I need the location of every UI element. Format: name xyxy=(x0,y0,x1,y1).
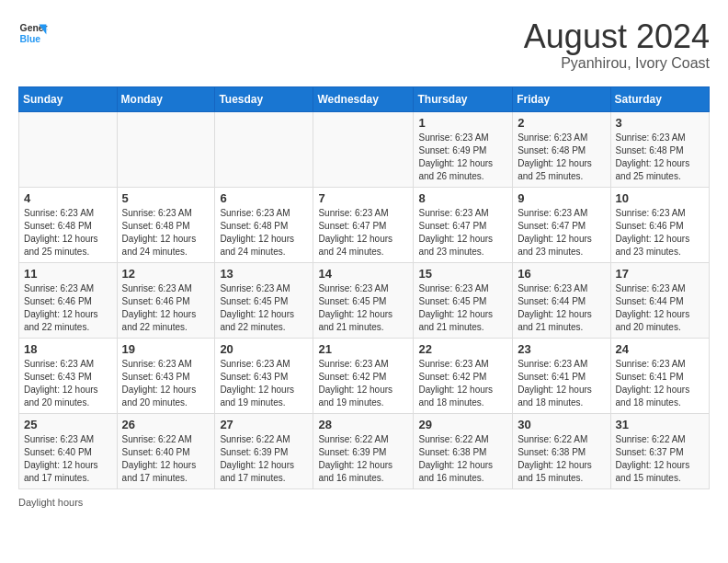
calendar-cell: 3Sunrise: 6:23 AM Sunset: 6:48 PM Daylig… xyxy=(610,111,709,187)
calendar-day-header: Saturday xyxy=(610,86,709,111)
page-subtitle: Pyanhirou, Ivory Coast xyxy=(524,55,710,72)
day-number: 13 xyxy=(220,267,308,281)
day-info: Sunrise: 6:23 AM Sunset: 6:42 PM Dayligh… xyxy=(418,358,507,409)
calendar-cell xyxy=(215,111,313,187)
day-info: Sunrise: 6:23 AM Sunset: 6:43 PM Dayligh… xyxy=(122,358,210,409)
day-info: Sunrise: 6:23 AM Sunset: 6:47 PM Dayligh… xyxy=(318,207,408,259)
svg-text:Blue: Blue xyxy=(20,34,41,44)
day-info: Sunrise: 6:22 AM Sunset: 6:39 PM Dayligh… xyxy=(220,433,308,485)
calendar-cell: 1Sunrise: 6:23 AM Sunset: 6:49 PM Daylig… xyxy=(414,111,513,187)
calendar-cell: 27Sunrise: 6:22 AM Sunset: 6:39 PM Dayli… xyxy=(215,413,313,488)
calendar-cell: 7Sunrise: 6:23 AM Sunset: 6:47 PM Daylig… xyxy=(313,187,414,262)
calendar-cell: 10Sunrise: 6:23 AM Sunset: 6:46 PM Dayli… xyxy=(610,187,709,262)
day-info: Sunrise: 6:23 AM Sunset: 6:49 PM Dayligh… xyxy=(418,132,507,183)
day-number: 21 xyxy=(318,342,408,356)
page-title: August 2024 xyxy=(524,18,710,55)
day-number: 14 xyxy=(318,267,408,281)
footer-text: Daylight hours xyxy=(18,497,83,508)
day-number: 12 xyxy=(122,267,210,281)
calendar-cell: 18Sunrise: 6:23 AM Sunset: 6:43 PM Dayli… xyxy=(19,338,118,413)
day-info: Sunrise: 6:23 AM Sunset: 6:46 PM Dayligh… xyxy=(616,207,704,259)
day-number: 10 xyxy=(616,191,704,205)
calendar-day-header: Friday xyxy=(513,86,610,111)
calendar-week-row: 18Sunrise: 6:23 AM Sunset: 6:43 PM Dayli… xyxy=(19,338,710,413)
day-number: 30 xyxy=(518,418,605,431)
day-info: Sunrise: 6:23 AM Sunset: 6:46 PM Dayligh… xyxy=(122,282,210,334)
day-info: Sunrise: 6:23 AM Sunset: 6:47 PM Dayligh… xyxy=(418,207,507,259)
calendar-day-header: Wednesday xyxy=(313,86,414,111)
calendar-cell: 24Sunrise: 6:23 AM Sunset: 6:41 PM Dayli… xyxy=(610,338,709,413)
day-info: Sunrise: 6:23 AM Sunset: 6:41 PM Dayligh… xyxy=(518,358,605,409)
calendar-week-row: 25Sunrise: 6:23 AM Sunset: 6:40 PM Dayli… xyxy=(19,413,710,488)
day-number: 18 xyxy=(24,342,112,356)
day-number: 26 xyxy=(122,418,210,431)
day-info: Sunrise: 6:22 AM Sunset: 6:40 PM Dayligh… xyxy=(122,433,210,485)
day-info: Sunrise: 6:23 AM Sunset: 6:47 PM Dayligh… xyxy=(518,207,605,259)
day-info: Sunrise: 6:23 AM Sunset: 6:44 PM Dayligh… xyxy=(616,282,704,334)
calendar-day-header: Tuesday xyxy=(215,86,313,111)
calendar-cell: 5Sunrise: 6:23 AM Sunset: 6:48 PM Daylig… xyxy=(117,187,215,262)
day-info: Sunrise: 6:23 AM Sunset: 6:46 PM Dayligh… xyxy=(24,282,112,334)
day-number: 25 xyxy=(24,418,112,431)
day-number: 31 xyxy=(616,418,704,431)
day-number: 19 xyxy=(122,342,210,356)
calendar-cell: 21Sunrise: 6:23 AM Sunset: 6:42 PM Dayli… xyxy=(313,338,414,413)
calendar-cell: 4Sunrise: 6:23 AM Sunset: 6:48 PM Daylig… xyxy=(19,187,118,262)
day-number: 20 xyxy=(220,342,308,356)
calendar-week-row: 1Sunrise: 6:23 AM Sunset: 6:49 PM Daylig… xyxy=(19,111,710,187)
calendar-cell: 6Sunrise: 6:23 AM Sunset: 6:48 PM Daylig… xyxy=(215,187,313,262)
calendar-cell: 8Sunrise: 6:23 AM Sunset: 6:47 PM Daylig… xyxy=(414,187,513,262)
day-number: 11 xyxy=(24,267,112,281)
day-number: 7 xyxy=(318,191,408,205)
footer: Daylight hours xyxy=(18,497,710,508)
day-info: Sunrise: 6:22 AM Sunset: 6:39 PM Dayligh… xyxy=(318,433,408,485)
day-number: 28 xyxy=(318,418,408,431)
day-number: 15 xyxy=(418,267,507,281)
day-number: 4 xyxy=(24,191,112,205)
day-info: Sunrise: 6:23 AM Sunset: 6:48 PM Dayligh… xyxy=(616,132,704,183)
calendar-table: SundayMondayTuesdayWednesdayThursdayFrid… xyxy=(18,86,710,489)
calendar-cell: 31Sunrise: 6:22 AM Sunset: 6:37 PM Dayli… xyxy=(610,413,709,488)
day-number: 5 xyxy=(122,191,210,205)
day-info: Sunrise: 6:23 AM Sunset: 6:48 PM Dayligh… xyxy=(24,207,112,259)
day-info: Sunrise: 6:23 AM Sunset: 6:44 PM Dayligh… xyxy=(518,282,605,334)
day-number: 2 xyxy=(518,116,605,130)
calendar-day-header: Thursday xyxy=(414,86,513,111)
day-info: Sunrise: 6:22 AM Sunset: 6:38 PM Dayligh… xyxy=(418,433,507,485)
calendar-week-row: 11Sunrise: 6:23 AM Sunset: 6:46 PM Dayli… xyxy=(19,262,710,338)
calendar-cell: 15Sunrise: 6:23 AM Sunset: 6:45 PM Dayli… xyxy=(414,262,513,338)
day-info: Sunrise: 6:23 AM Sunset: 6:45 PM Dayligh… xyxy=(220,282,308,334)
day-number: 6 xyxy=(220,191,308,205)
day-number: 9 xyxy=(518,191,605,205)
calendar-cell: 25Sunrise: 6:23 AM Sunset: 6:40 PM Dayli… xyxy=(19,413,118,488)
calendar-cell: 13Sunrise: 6:23 AM Sunset: 6:45 PM Dayli… xyxy=(215,262,313,338)
calendar-header-row: SundayMondayTuesdayWednesdayThursdayFrid… xyxy=(19,86,710,111)
calendar-cell: 14Sunrise: 6:23 AM Sunset: 6:45 PM Dayli… xyxy=(313,262,414,338)
calendar-cell xyxy=(19,111,118,187)
calendar-cell: 20Sunrise: 6:23 AM Sunset: 6:43 PM Dayli… xyxy=(215,338,313,413)
day-number: 1 xyxy=(418,116,507,130)
calendar-cell: 17Sunrise: 6:23 AM Sunset: 6:44 PM Dayli… xyxy=(610,262,709,338)
calendar-cell xyxy=(313,111,414,187)
day-number: 16 xyxy=(518,267,605,281)
calendar-cell: 2Sunrise: 6:23 AM Sunset: 6:48 PM Daylig… xyxy=(513,111,610,187)
day-info: Sunrise: 6:23 AM Sunset: 6:43 PM Dayligh… xyxy=(220,358,308,409)
day-info: Sunrise: 6:23 AM Sunset: 6:45 PM Dayligh… xyxy=(418,282,507,334)
calendar-cell: 16Sunrise: 6:23 AM Sunset: 6:44 PM Dayli… xyxy=(513,262,610,338)
day-number: 27 xyxy=(220,418,308,431)
day-number: 24 xyxy=(616,342,704,356)
day-info: Sunrise: 6:23 AM Sunset: 6:45 PM Dayligh… xyxy=(318,282,408,334)
logo-icon: General Blue xyxy=(18,18,48,48)
calendar-cell: 9Sunrise: 6:23 AM Sunset: 6:47 PM Daylig… xyxy=(513,187,610,262)
calendar-cell: 11Sunrise: 6:23 AM Sunset: 6:46 PM Dayli… xyxy=(19,262,118,338)
calendar-cell: 22Sunrise: 6:23 AM Sunset: 6:42 PM Dayli… xyxy=(414,338,513,413)
page-header: General Blue August 2024 Pyanhirou, Ivor… xyxy=(18,18,710,72)
calendar-cell: 30Sunrise: 6:22 AM Sunset: 6:38 PM Dayli… xyxy=(513,413,610,488)
calendar-cell: 29Sunrise: 6:22 AM Sunset: 6:38 PM Dayli… xyxy=(414,413,513,488)
day-info: Sunrise: 6:22 AM Sunset: 6:38 PM Dayligh… xyxy=(518,433,605,485)
title-block: August 2024 Pyanhirou, Ivory Coast xyxy=(524,18,710,72)
calendar-cell: 19Sunrise: 6:23 AM Sunset: 6:43 PM Dayli… xyxy=(117,338,215,413)
day-info: Sunrise: 6:23 AM Sunset: 6:41 PM Dayligh… xyxy=(616,358,704,409)
day-info: Sunrise: 6:23 AM Sunset: 6:48 PM Dayligh… xyxy=(122,207,210,259)
day-number: 8 xyxy=(418,191,507,205)
